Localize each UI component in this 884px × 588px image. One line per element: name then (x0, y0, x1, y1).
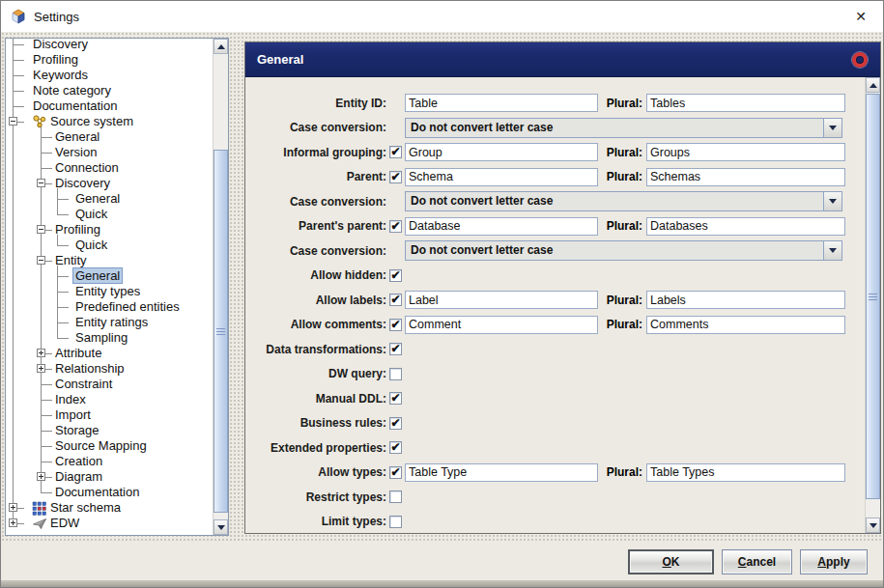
tree-item-label: Note category (33, 83, 111, 98)
tree-item-source-mapping[interactable]: Source Mapping (6, 438, 213, 454)
allow-types-input[interactable] (405, 463, 598, 482)
collapse-icon[interactable] (37, 179, 45, 187)
help-ring-icon[interactable] (852, 52, 868, 68)
data-transformations-checkbox[interactable]: ✔ (389, 343, 402, 355)
tree-item-general[interactable]: General (6, 268, 213, 284)
informal-grouping-checkbox[interactable]: ✔ (389, 146, 402, 158)
form-row-restrict-types: Restrict types: (245, 485, 864, 510)
tree-item-discovery[interactable]: Discovery (6, 39, 213, 52)
extended-properties-checkbox[interactable]: ✔ (389, 441, 402, 454)
allow-hidden-checkbox[interactable]: ✔ (389, 269, 402, 282)
expand-icon[interactable] (37, 349, 45, 357)
parent-s-parent-checkbox[interactable]: ✔ (389, 220, 402, 233)
form-row-data-transformations: Data transformations:✔ (245, 337, 864, 362)
settings-tree[interactable]: DiscoveryProfilingKeywordsNote categoryD… (5, 38, 229, 536)
allow-labels-input[interactable] (405, 291, 598, 309)
restrict-types-checkbox[interactable] (389, 490, 402, 503)
tree-item-creation[interactable]: Creation (6, 454, 213, 469)
business-rules-checkbox[interactable]: ✔ (389, 417, 402, 430)
limit-types-checkbox[interactable] (389, 516, 402, 528)
tree-scrollbar-thumb[interactable] (214, 150, 228, 513)
scroll-down-button[interactable] (214, 519, 228, 535)
tree-item-entity-types[interactable]: Entity types (6, 284, 213, 299)
tree-item-predefined-entities[interactable]: Predefined entities (6, 299, 213, 315)
tree-item-storage[interactable]: Storage (6, 423, 213, 438)
parent-input[interactable] (405, 168, 598, 186)
expand-icon[interactable] (9, 518, 17, 527)
allow-labels-checkbox[interactable]: ✔ (389, 294, 402, 306)
tree-item-star-schema[interactable]: Star schema (6, 500, 213, 516)
scroll-up-button[interactable] (214, 39, 228, 54)
parent-checkbox[interactable]: ✔ (389, 171, 402, 183)
tree-item-diagram[interactable]: Diagram (6, 469, 213, 485)
scroll-down-button[interactable] (866, 518, 880, 533)
close-icon[interactable]: ✕ (839, 1, 883, 31)
source-system-icon (32, 114, 47, 129)
dw-query-checkbox[interactable] (389, 368, 402, 380)
tree-item-general[interactable]: General (6, 129, 213, 145)
collapse-icon[interactable] (37, 225, 45, 234)
form-scrollbar-thumb[interactable] (866, 94, 880, 499)
split-divider[interactable] (229, 32, 242, 542)
expand-icon[interactable] (37, 364, 45, 373)
chevron-down-icon[interactable] (823, 119, 841, 137)
tree-item-constraint[interactable]: Constraint (6, 377, 213, 392)
tree-item-import[interactable]: Import (6, 407, 213, 423)
informal-grouping-plural-input[interactable] (646, 143, 845, 161)
tree-item-connection[interactable]: Connection (6, 160, 213, 176)
ok-button[interactable]: OK (628, 549, 714, 574)
data-transformations-label: Data transformations: (245, 343, 386, 356)
allow-labels-plural-input[interactable] (646, 291, 845, 309)
allow-types-checkbox[interactable]: ✔ (389, 466, 402, 479)
allow-comments-input[interactable] (405, 316, 598, 334)
entity-id-input[interactable] (405, 94, 598, 112)
tree-item-edw[interactable]: EDW (6, 516, 213, 531)
panel-title: General (245, 52, 303, 67)
tree-item-quick[interactable]: Quick (6, 207, 213, 222)
titlebar[interactable]: Settings ✕ (1, 1, 883, 33)
tree-item-entity-ratings[interactable]: Entity ratings (6, 315, 213, 330)
tree-item-attribute[interactable]: Attribute (6, 346, 213, 361)
chevron-down-icon[interactable] (823, 241, 841, 260)
tree-item-keywords[interactable]: Keywords (6, 68, 213, 83)
tree-item-documentation[interactable]: Documentation (6, 98, 213, 114)
allow-comments-plural-input[interactable] (646, 316, 845, 334)
apply-button[interactable]: Apply (800, 549, 868, 574)
tree-item-documentation[interactable]: Documentation (6, 485, 213, 500)
case-conversion-select[interactable]: Do not convert letter case (405, 118, 842, 138)
manual-ddl-checkbox[interactable]: ✔ (389, 392, 402, 405)
tree-item-relationship[interactable]: Relationship (6, 361, 213, 377)
tree-item-general[interactable]: General (6, 191, 213, 207)
collapse-icon[interactable] (9, 117, 17, 126)
cancel-button[interactable]: Cancel (722, 549, 792, 574)
expand-icon[interactable] (37, 472, 45, 481)
tree-item-discovery[interactable]: Discovery (6, 176, 213, 191)
allow-labels-label: Allow labels: (245, 294, 386, 307)
app-icon (11, 9, 26, 24)
parent-s-parent-plural-input[interactable] (646, 217, 845, 236)
expand-icon[interactable] (9, 503, 17, 512)
tree-item-quick[interactable]: Quick (6, 238, 213, 253)
limit-types-label: Limit types: (245, 515, 386, 528)
tree-item-index[interactable]: Index (6, 392, 213, 407)
tree-item-source-system[interactable]: Source system (6, 114, 213, 129)
case-conversion-select[interactable]: Do not convert letter case (405, 240, 842, 261)
parent-s-parent-input[interactable] (405, 217, 598, 236)
tree-item-profiling[interactable]: Profiling (6, 52, 213, 68)
chevron-down-icon[interactable] (823, 192, 841, 210)
tree-item-sampling[interactable]: Sampling (6, 330, 213, 346)
entity-id-plural-input[interactable] (646, 94, 845, 112)
scroll-up-button[interactable] (866, 77, 880, 93)
allow-comments-checkbox[interactable]: ✔ (389, 319, 402, 331)
tree-item-entity[interactable]: Entity (6, 253, 213, 268)
form-scrollbar[interactable] (865, 77, 880, 533)
tree-scrollbar[interactable] (213, 39, 228, 535)
allow-types-plural-input[interactable] (646, 463, 845, 482)
tree-item-profiling[interactable]: Profiling (6, 222, 213, 238)
parent-plural-input[interactable] (646, 168, 845, 186)
tree-item-note-category[interactable]: Note category (6, 83, 213, 98)
tree-item-version[interactable]: Version (6, 145, 213, 160)
case-conversion-select[interactable]: Do not convert letter case (405, 191, 842, 211)
collapse-icon[interactable] (37, 256, 45, 265)
informal-grouping-input[interactable] (405, 143, 598, 161)
